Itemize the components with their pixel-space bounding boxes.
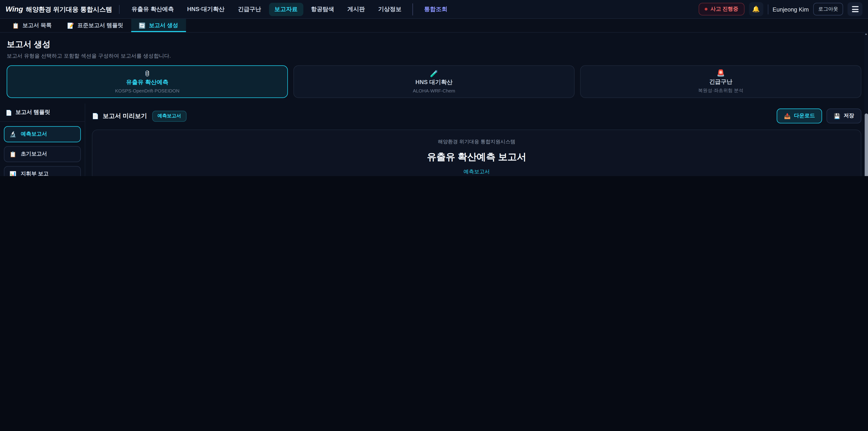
app-window: Wing 해양환경 위기대응 통합시스템 유출유 확산예측 HNS·대기확산 긴… <box>0 0 868 176</box>
save-label: 저장 <box>844 112 854 120</box>
templates-header: 📄 보고서 템플릿 <box>0 103 85 122</box>
download-label: 다운로드 <box>794 112 815 120</box>
tab-standard-template-label: 표준보고서 템플릿 <box>77 22 123 29</box>
nav-item-rescue[interactable]: 긴급구난 <box>232 2 267 16</box>
preview-head: 📄 보고서 미리보기 예측보고서 📥 다운로드 💾 저장 <box>92 109 862 123</box>
report-doc-badge: 예측보고서 <box>463 168 490 175</box>
page-title: 보고서 생성 <box>6 39 861 50</box>
tab-report-list-label: 보고서 목록 <box>22 22 52 29</box>
incident-status-badge: 사고 진행중 <box>699 3 744 16</box>
template-item-label: 초기보고서 <box>21 151 47 158</box>
nav-item-reports[interactable]: 보고자료 <box>269 2 303 16</box>
nav-item-board[interactable]: 게시판 <box>342 2 370 16</box>
nav-accent-divider <box>412 3 413 15</box>
type-card-oil-spread[interactable]: 🛢 유출유 확산예측 KOSPS·OpenDrift·POSEIDON <box>6 65 288 98</box>
oil-drum-icon: 🛢 <box>144 70 151 76</box>
preview-title: 보고서 미리보기 <box>103 112 147 120</box>
type-card-title: 유출유 확산예측 <box>126 79 168 86</box>
nav-user-divider <box>768 4 768 14</box>
siren-icon: 🚨 <box>717 69 725 76</box>
nav-item-oil-spread[interactable]: 유출유 확산예측 <box>126 2 179 16</box>
type-card-rescue[interactable]: 🚨 긴급구난 복원성·좌초위험 분석 <box>580 65 862 98</box>
templates-header-label: 보고서 템플릿 <box>16 109 50 116</box>
template-item-label: 지휘부 보고 <box>21 171 49 176</box>
top-navbar: Wing 해양환경 위기대응 통합시스템 유출유 확산예측 HNS·대기확산 긴… <box>0 0 868 19</box>
report-doc-title: 유출유 확산예측 보고서 <box>427 151 526 163</box>
report-title-card: 해양환경 위기대응 통합지원시스템 유출유 확산예측 보고서 예측보고서 <box>92 129 862 176</box>
nav-menu: 유출유 확산예측 HNS·대기확산 긴급구난 보고자료 항공탐색 게시판 기상정… <box>126 2 453 16</box>
notifications-button[interactable]: 🔔 <box>749 2 763 16</box>
bar-chart-icon: 📊 <box>9 171 17 176</box>
nav-item-weather[interactable]: 기상정보 <box>373 2 407 16</box>
memo-icon: 📝 <box>67 22 74 29</box>
nav-divider <box>119 5 119 13</box>
content-split: 📄 보고서 템플릿 🔬 예측보고서 📋 초기보고서 📊 지휘부 보고 📝 <box>0 103 868 176</box>
tab-report-list[interactable]: 📋 보고서 목록 <box>4 19 59 32</box>
refresh-icon: 🔄 <box>139 22 146 29</box>
report-preview-document: 해양환경 위기대응 통합지원시스템 유출유 확산예측 보고서 예측보고서 🌊 유… <box>92 129 862 176</box>
page-icon: 📄 <box>5 110 12 116</box>
app-title: 해양환경 위기대응 통합시스템 <box>26 5 112 13</box>
microscope-icon: 🔬 <box>9 131 17 137</box>
type-card-title: 긴급구난 <box>709 78 733 86</box>
page-icon: 📄 <box>92 113 99 119</box>
nav-item-aerial-search[interactable]: 항공탐색 <box>305 2 340 16</box>
type-card-hns[interactable]: 🧪 HNS 대기확산 ALOHA·WRF-Chem <box>293 65 575 98</box>
template-item-label: 예측보고서 <box>21 131 47 138</box>
app-logo[interactable]: Wing 해양환경 위기대응 통합시스템 <box>5 5 112 13</box>
hamburger-icon <box>852 6 858 7</box>
report-org-line: 해양환경 위기대응 통합지원시스템 <box>438 138 515 146</box>
nav-right-cluster: 사고 진행중 🔔 Eunjeong Kim 로그아웃 <box>699 2 863 16</box>
page-head: 보고서 생성 보고서 유형을 선택하고 포함할 섹션을 구성하여 보고서를 생성… <box>0 33 868 60</box>
nav-item-hns[interactable]: HNS·대기확산 <box>182 2 230 16</box>
sidebar: 📄 보고서 템플릿 🔬 예측보고서 📋 초기보고서 📊 지휘부 보고 📝 <box>0 103 85 176</box>
incident-dot-icon <box>705 8 708 10</box>
bell-icon: 🔔 <box>752 5 760 13</box>
nav-item-integrated-search[interactable]: 통합조회 <box>418 2 453 16</box>
clipboard-icon: 📋 <box>12 22 19 29</box>
logout-button[interactable]: 로그아웃 <box>813 3 843 16</box>
vertical-scrollbar[interactable]: ▲ <box>864 32 868 176</box>
tab-standard-template[interactable]: 📝 표준보고서 템플릿 <box>59 19 131 32</box>
report-tabbar: 📋 보고서 목록 📝 표준보고서 템플릿 🔄 보고서 생성 <box>0 19 868 33</box>
test-tube-icon: 🧪 <box>430 70 438 76</box>
download-icon: 📥 <box>784 113 790 119</box>
floppy-disk-icon: 💾 <box>834 113 840 119</box>
template-item-initial[interactable]: 📋 초기보고서 <box>4 146 81 162</box>
template-item-command[interactable]: 📊 지휘부 보고 <box>4 166 81 176</box>
type-card-subtitle: KOSPS·OpenDrift·POSEIDON <box>115 88 180 93</box>
scrollbar-up-arrow[interactable]: ▲ <box>864 32 868 35</box>
template-item-forecast[interactable]: 🔬 예측보고서 <box>4 126 81 142</box>
tab-report-create-label: 보고서 생성 <box>149 22 178 29</box>
preview-main: 📄 보고서 미리보기 예측보고서 📥 다운로드 💾 저장 <box>85 103 868 176</box>
template-list: 🔬 예측보고서 📋 초기보고서 📊 지휘부 보고 📝 종합보고서 <box>0 122 85 176</box>
preview-type-badge: 예측보고서 <box>152 111 186 122</box>
scrollbar-thumb[interactable] <box>864 114 868 176</box>
user-name: Eunjeong Kim <box>773 6 809 12</box>
save-button[interactable]: 💾 저장 <box>827 109 862 123</box>
incident-badge-label: 사고 진행중 <box>710 5 738 13</box>
type-card-title: HNS 대기확산 <box>415 79 453 86</box>
clipboard-icon: 📋 <box>9 151 17 157</box>
type-card-subtitle: ALOHA·WRF-Chem <box>413 88 455 93</box>
page-subtitle: 보고서 유형을 선택하고 포함할 섹션을 구성하여 보고서를 생성합니다. <box>6 53 861 60</box>
logo-wing-icon: Wing <box>5 5 23 13</box>
report-type-row: 🛢 유출유 확산예측 KOSPS·OpenDrift·POSEIDON 🧪 HN… <box>0 60 868 103</box>
hamburger-menu-button[interactable] <box>847 2 862 16</box>
tab-report-create[interactable]: 🔄 보고서 생성 <box>131 19 186 32</box>
type-card-subtitle: 복원성·좌초위험 분석 <box>698 87 743 94</box>
download-button[interactable]: 📥 다운로드 <box>777 109 822 123</box>
